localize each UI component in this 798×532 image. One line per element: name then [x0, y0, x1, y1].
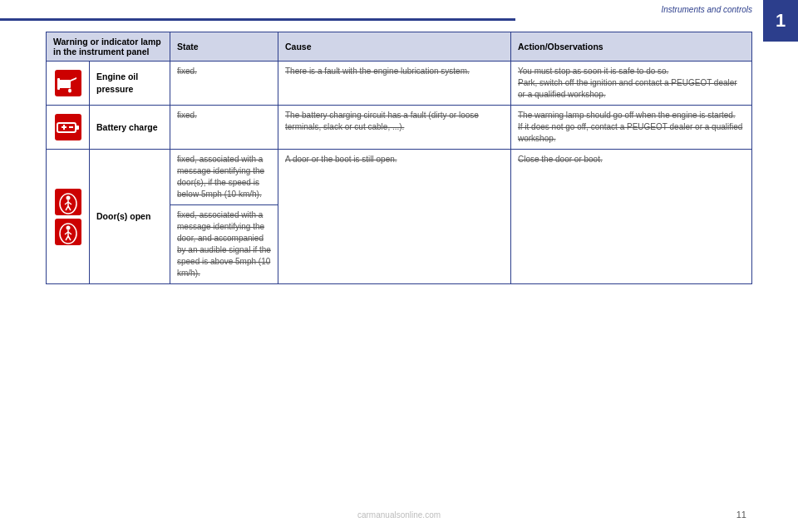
action-engine-oil: You must stop as soon it is safe to do s…	[511, 62, 752, 106]
state-text-engine-oil: fixed.	[177, 66, 197, 76]
state-door-2: fixed, associated with a message identif…	[170, 205, 278, 284]
action-text-engine-oil: You must stop as soon it is safe to do s…	[518, 66, 737, 99]
state-text-door-1: fixed, associated with a message identif…	[177, 155, 264, 199]
col-header-action: Action/Observations	[511, 32, 752, 62]
top-bar: Instruments and controls	[0, 0, 798, 23]
svg-rect-7	[76, 126, 79, 130]
cause-text-door: A door or the boot is still open.	[285, 155, 397, 164]
svg-rect-1	[59, 80, 71, 88]
state-text-door-2: fixed, associated with a message identif…	[177, 210, 271, 278]
site-watermark: carmanualsonline.com	[357, 510, 441, 520]
page-number: 11	[736, 510, 746, 520]
warning-table: Warning or indicator lampin the instrume…	[46, 32, 752, 284]
cause-text-battery: The battery charging circuit has a fault…	[285, 111, 479, 131]
icon-cell-battery	[47, 106, 90, 150]
svg-rect-3	[57, 78, 60, 90]
svg-rect-9	[63, 125, 65, 130]
table-row: Door(s) open fixed, associated with a me…	[47, 150, 752, 205]
svg-point-4	[68, 89, 71, 93]
svg-point-13	[66, 195, 70, 200]
action-door: Close the door or boot.	[511, 150, 752, 284]
cause-engine-oil: There is a fault with the engine lubrica…	[278, 62, 511, 106]
state-text-battery: fixed.	[177, 111, 197, 120]
top-bar-line	[0, 18, 515, 21]
action-text-door: Close the door or boot.	[518, 155, 603, 164]
action-text-battery: The warning lamp should go off when the …	[518, 111, 742, 143]
battery-icon	[53, 112, 83, 142]
state-battery: fixed.	[170, 106, 278, 150]
svg-rect-10	[69, 126, 73, 128]
main-table-container: Warning or indicator lampin the instrume…	[46, 32, 752, 466]
chapter-number-box: 1	[763, 0, 798, 42]
svg-point-21	[66, 225, 70, 229]
engine-oil-icon	[53, 68, 83, 98]
col-header-warning: Warning or indicator lampin the instrume…	[47, 32, 170, 62]
label-door: Door(s) open	[90, 150, 170, 284]
state-engine-oil: fixed.	[170, 62, 278, 106]
door-open-icon	[53, 187, 83, 247]
cause-door: A door or the boot is still open.	[278, 150, 511, 284]
chapter-number: 1	[776, 10, 786, 32]
table-row: Engine oilpressure fixed. There is a fau…	[47, 62, 752, 106]
section-title: Instruments and controls	[662, 5, 753, 14]
label-battery: Battery charge	[90, 106, 170, 150]
cause-text-engine-oil: There is a fault with the engine lubrica…	[285, 66, 470, 76]
icon-cell-engine-oil	[47, 62, 90, 106]
icon-cell-door	[47, 150, 90, 284]
table-row: Battery charge fixed. The battery chargi…	[47, 106, 752, 150]
action-battery: The warning lamp should go off when the …	[511, 106, 752, 150]
cause-battery: The battery charging circuit has a fault…	[278, 106, 511, 150]
col-header-state: State	[170, 32, 278, 62]
label-engine-oil: Engine oilpressure	[90, 62, 170, 106]
state-door-1: fixed, associated with a message identif…	[170, 150, 278, 205]
col-header-cause: Cause	[278, 32, 511, 62]
